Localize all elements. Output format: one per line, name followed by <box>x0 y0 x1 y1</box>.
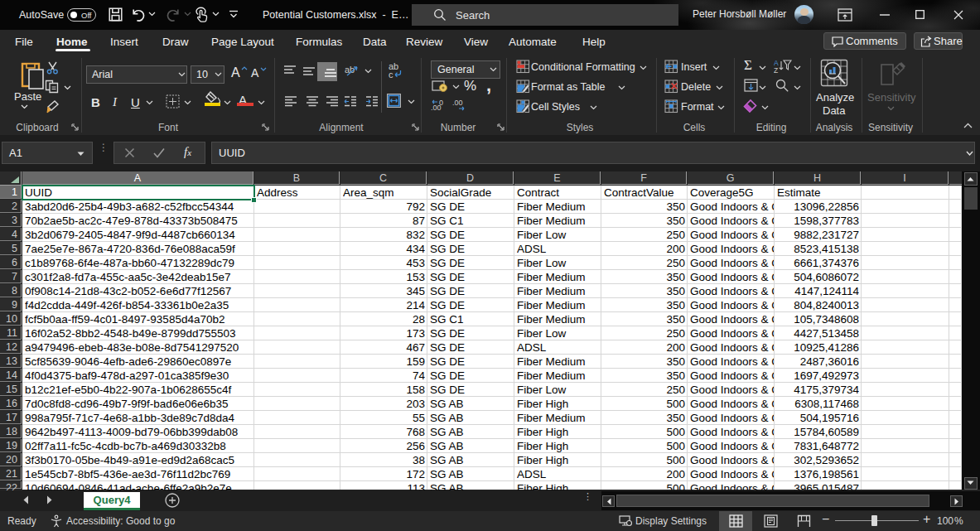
svg-text:Z: Z <box>774 66 778 74</box>
svg-text:c: c <box>389 70 393 80</box>
svg-text:0: 0 <box>439 99 443 107</box>
svg-text:.00: .00 <box>452 99 463 107</box>
